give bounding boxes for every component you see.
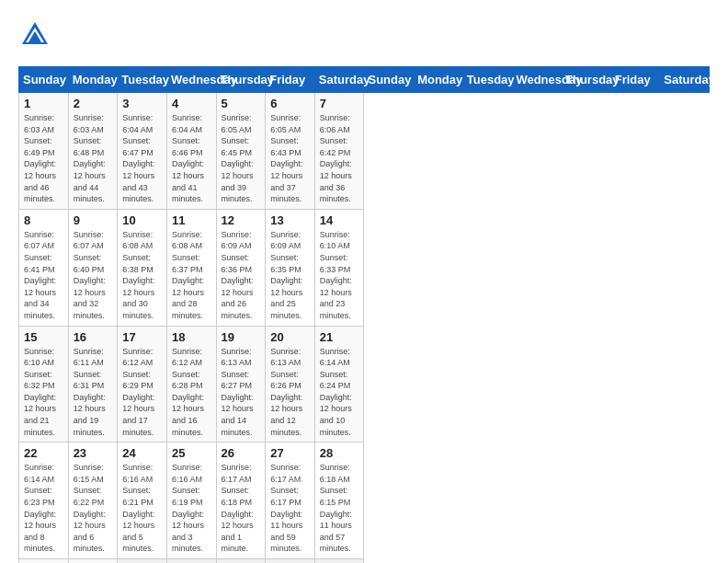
calendar-day-4: 4Sunrise: 6:04 AM Sunset: 6:46 PM Daylig… <box>166 93 216 210</box>
calendar-day-10: 10Sunrise: 6:08 AM Sunset: 6:38 PM Dayli… <box>118 209 167 326</box>
calendar-day-6: 6Sunrise: 6:05 AM Sunset: 6:43 PM Daylig… <box>266 93 315 210</box>
calendar-day-21: 21Sunrise: 6:14 AM Sunset: 6:24 PM Dayli… <box>314 326 364 442</box>
calendar-day-7: 7Sunrise: 6:06 AM Sunset: 6:42 PM Daylig… <box>314 93 364 210</box>
calendar-week-1: 1Sunrise: 6:03 AM Sunset: 6:49 PM Daylig… <box>19 93 710 210</box>
calendar-empty-cell <box>266 559 315 564</box>
calendar-day-25: 25Sunrise: 6:16 AM Sunset: 6:19 PM Dayli… <box>166 442 216 559</box>
calendar-day-14: 14Sunrise: 6:10 AM Sunset: 6:33 PM Dayli… <box>314 209 364 326</box>
calendar-day-1: 1Sunrise: 6:03 AM Sunset: 6:49 PM Daylig… <box>19 93 69 210</box>
logo <box>18 18 55 52</box>
col-header-wednesday: Wednesday <box>512 67 562 93</box>
col-header-friday: Friday <box>610 67 660 93</box>
calendar-day-11: 11Sunrise: 6:08 AM Sunset: 6:37 PM Dayli… <box>166 209 216 326</box>
col-header-tuesday: Tuesday <box>462 67 512 93</box>
calendar-header-row: SundayMondayTuesdayWednesdayThursdayFrid… <box>19 67 710 93</box>
col-header-friday: Friday <box>266 67 315 93</box>
calendar-day-19: 19Sunrise: 6:13 AM Sunset: 6:27 PM Dayli… <box>216 326 266 442</box>
calendar-empty-cell <box>216 559 266 564</box>
calendar-day-8: 8Sunrise: 6:07 AM Sunset: 6:41 PM Daylig… <box>19 209 69 326</box>
col-header-sunday: Sunday <box>364 67 414 93</box>
calendar-table: SundayMondayTuesdayWednesdayThursdayFrid… <box>18 66 710 563</box>
calendar-day-16: 16Sunrise: 6:11 AM Sunset: 6:31 PM Dayli… <box>68 326 118 442</box>
calendar-day-22: 22Sunrise: 6:14 AM Sunset: 6:23 PM Dayli… <box>19 442 69 559</box>
calendar-week-3: 15Sunrise: 6:10 AM Sunset: 6:32 PM Dayli… <box>19 326 710 442</box>
col-header-sunday: Sunday <box>19 67 69 93</box>
calendar-day-28: 28Sunrise: 6:18 AM Sunset: 6:15 PM Dayli… <box>314 442 364 559</box>
calendar-day-23: 23Sunrise: 6:15 AM Sunset: 6:22 PM Dayli… <box>68 442 118 559</box>
logo-icon <box>18 18 51 52</box>
calendar-day-24: 24Sunrise: 6:16 AM Sunset: 6:21 PM Dayli… <box>118 442 167 559</box>
calendar-day-3: 3Sunrise: 6:04 AM Sunset: 6:47 PM Daylig… <box>118 93 167 210</box>
col-header-saturday: Saturday <box>660 67 710 93</box>
calendar-day-2: 2Sunrise: 6:03 AM Sunset: 6:48 PM Daylig… <box>68 93 118 210</box>
calendar-empty-cell <box>314 559 364 564</box>
col-header-thursday: Thursday <box>216 67 266 93</box>
calendar-day-9: 9Sunrise: 6:07 AM Sunset: 6:40 PM Daylig… <box>68 209 118 326</box>
col-header-tuesday: Tuesday <box>118 67 167 93</box>
calendar-empty-cell <box>166 559 216 564</box>
calendar-day-15: 15Sunrise: 6:10 AM Sunset: 6:32 PM Dayli… <box>19 326 69 442</box>
calendar-week-4: 22Sunrise: 6:14 AM Sunset: 6:23 PM Dayli… <box>19 442 710 559</box>
calendar-week-5: 29Sunrise: 6:18 AM Sunset: 6:14 PM Dayli… <box>19 559 710 564</box>
col-header-thursday: Thursday <box>562 67 611 93</box>
col-header-monday: Monday <box>414 67 463 93</box>
col-header-wednesday: Wednesday <box>166 67 216 93</box>
calendar-day-18: 18Sunrise: 6:12 AM Sunset: 6:28 PM Dayli… <box>166 326 216 442</box>
calendar-empty-cell <box>118 559 167 564</box>
calendar-week-2: 8Sunrise: 6:07 AM Sunset: 6:41 PM Daylig… <box>19 209 710 326</box>
calendar-day-26: 26Sunrise: 6:17 AM Sunset: 6:18 PM Dayli… <box>216 442 266 559</box>
calendar-day-12: 12Sunrise: 6:09 AM Sunset: 6:36 PM Dayli… <box>216 209 266 326</box>
calendar-day-20: 20Sunrise: 6:13 AM Sunset: 6:26 PM Dayli… <box>266 326 315 442</box>
calendar-day-5: 5Sunrise: 6:05 AM Sunset: 6:45 PM Daylig… <box>216 93 266 210</box>
col-header-saturday: Saturday <box>314 67 364 93</box>
calendar-day-27: 27Sunrise: 6:17 AM Sunset: 6:17 PM Dayli… <box>266 442 315 559</box>
col-header-monday: Monday <box>68 67 118 93</box>
calendar-day-17: 17Sunrise: 6:12 AM Sunset: 6:29 PM Dayli… <box>118 326 167 442</box>
page-header <box>18 18 710 52</box>
calendar-day-13: 13Sunrise: 6:09 AM Sunset: 6:35 PM Dayli… <box>266 209 315 326</box>
calendar-day-30: 30Sunrise: 6:19 AM Sunset: 6:13 PM Dayli… <box>68 559 118 564</box>
calendar-day-29: 29Sunrise: 6:18 AM Sunset: 6:14 PM Dayli… <box>19 559 69 564</box>
